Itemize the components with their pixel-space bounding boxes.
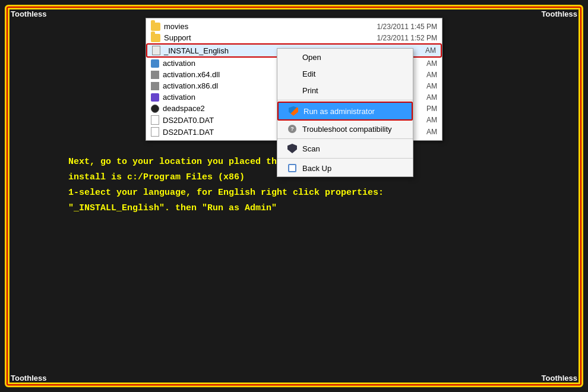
file-name: movies: [164, 22, 374, 31]
backup-icon-wrap: [287, 163, 298, 173]
top-left-label: Toothless: [11, 10, 46, 18]
context-menu: Open Edit Print Run as administrator: [277, 48, 413, 177]
ctx-troubleshoot[interactable]: ? Troubleshoot compatibility: [277, 121, 413, 137]
edit-icon: [287, 68, 298, 79]
ctx-divider1: [277, 100, 413, 100]
ctx-backup-label: Back Up: [302, 164, 331, 173]
folder-icon: [151, 34, 160, 42]
dat-icon: [151, 115, 159, 125]
troubleshoot-icon: ?: [288, 125, 296, 133]
file-row[interactable]: Support 1/23/2011 1:52 PM: [146, 32, 442, 43]
ctx-open-label: Open: [302, 53, 321, 62]
ctx-run-as-admin[interactable]: Run as administrator: [277, 102, 413, 121]
file-date: AM: [426, 59, 437, 68]
file-date: AM: [426, 71, 437, 79]
ctx-backup[interactable]: Back Up: [277, 160, 413, 176]
exe-icon: [151, 59, 159, 68]
ctx-edit-label: Edit: [302, 69, 315, 78]
file-date: AM: [426, 82, 437, 90]
explorer-window: movies 1/23/2011 1:45 PM Support 1/23/20…: [146, 18, 442, 141]
bottom-right-label: Toothless: [542, 374, 577, 382]
open-icon: [287, 52, 298, 62]
backup-icon: [288, 164, 296, 172]
file-date: 1/23/2011 1:45 PM: [377, 23, 437, 31]
file-date: AM: [426, 93, 437, 102]
file-date: AM: [426, 116, 437, 124]
exe2-icon: [151, 93, 159, 102]
ctx-divider3: [277, 158, 413, 159]
troubleshoot-icon-wrap: ?: [287, 124, 298, 134]
app-icon: [151, 105, 159, 113]
content-area: movies 1/23/2011 1:45 PM Support 1/23/20…: [12, 18, 576, 374]
folder-icon: [151, 23, 160, 31]
ctx-scan[interactable]: Scan: [277, 140, 413, 157]
ctx-troubleshoot-label: Troubleshoot compatibility: [302, 125, 392, 134]
ctx-print-label: Print: [302, 86, 318, 95]
top-right-label: Toothless: [542, 10, 577, 18]
file-name: Support: [164, 33, 374, 42]
ctx-open[interactable]: Open: [277, 49, 413, 65]
bottom-left-label: Toothless: [11, 374, 46, 382]
file-date: 1/23/2011 1:52 PM: [377, 34, 437, 42]
file-date: AM: [425, 46, 436, 55]
print-icon: [287, 85, 298, 96]
file-row[interactable]: movies 1/23/2011 1:45 PM: [146, 21, 442, 32]
ctx-print[interactable]: Print: [277, 82, 413, 99]
install-icon: [152, 46, 160, 55]
scan-icon-wrap: [287, 143, 298, 154]
dll-icon: [151, 82, 159, 90]
file-date: AM: [426, 128, 437, 136]
instruction-line-3: 1-select your language, for English righ…: [68, 186, 520, 200]
ctx-scan-label: Scan: [302, 144, 320, 153]
instruction-line-4: "_INSTALL_English". then "Run as Admin": [68, 201, 520, 216]
run-as-admin-shield-icon: [289, 106, 298, 116]
ctx-run-as-admin-label: Run as administrator: [304, 107, 375, 116]
scan-icon: [287, 144, 297, 153]
dat-icon: [151, 127, 159, 137]
ctx-divider2: [277, 138, 413, 139]
file-date: PM: [426, 105, 437, 113]
ctx-edit[interactable]: Edit: [277, 65, 413, 82]
dll-icon: [151, 71, 159, 79]
shield-icon-wrap: [288, 106, 299, 116]
